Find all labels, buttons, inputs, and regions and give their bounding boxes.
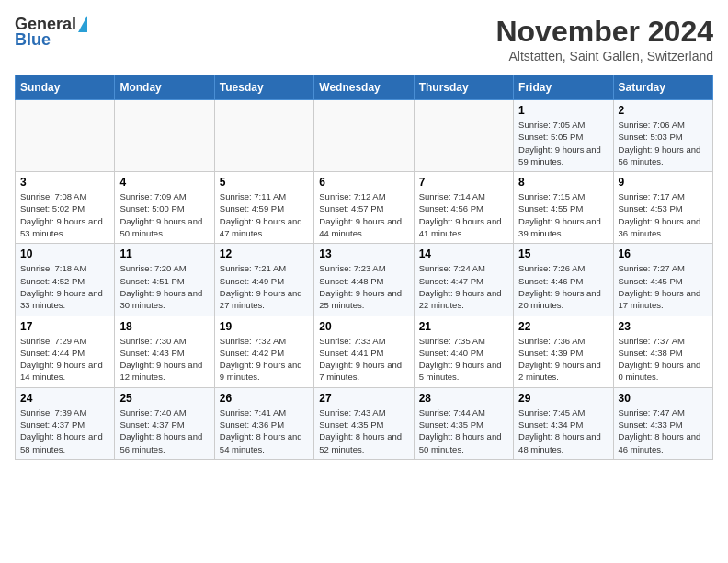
day-info: Sunrise: 7:24 AM Sunset: 4:47 PM Dayligh… (419, 262, 508, 311)
day-number: 7 (419, 176, 508, 189)
calendar-day-cell: 17Sunrise: 7:29 AM Sunset: 4:44 PM Dayli… (16, 316, 115, 387)
calendar-day-cell: 1Sunrise: 7:05 AM Sunset: 5:05 PM Daylig… (514, 100, 613, 172)
calendar-day-cell: 21Sunrise: 7:35 AM Sunset: 4:40 PM Dayli… (414, 316, 513, 387)
day-info: Sunrise: 7:41 AM Sunset: 4:36 PM Dayligh… (220, 407, 309, 455)
day-info: Sunrise: 7:43 AM Sunset: 4:35 PM Dayligh… (319, 407, 408, 455)
day-number: 21 (419, 320, 508, 333)
day-number: 15 (518, 247, 608, 260)
calendar-table: SundayMondayTuesdayWednesdayThursdayFrid… (15, 75, 713, 460)
weekday-header-wednesday: Wednesday (314, 75, 414, 100)
calendar-day-cell: 26Sunrise: 7:41 AM Sunset: 4:36 PM Dayli… (214, 387, 313, 459)
logo-blue-text: Blue (15, 30, 51, 50)
day-info: Sunrise: 7:45 AM Sunset: 4:34 PM Dayligh… (518, 407, 608, 455)
weekday-header-friday: Friday (514, 75, 613, 100)
calendar-day-cell: 13Sunrise: 7:23 AM Sunset: 4:48 PM Dayli… (314, 244, 414, 316)
day-info: Sunrise: 7:12 AM Sunset: 4:57 PM Dayligh… (319, 190, 408, 239)
day-number: 3 (20, 176, 109, 189)
calendar-day-cell: 7Sunrise: 7:14 AM Sunset: 4:56 PM Daylig… (414, 172, 513, 244)
calendar-day-cell: 30Sunrise: 7:47 AM Sunset: 4:33 PM Dayli… (613, 387, 712, 459)
calendar-day-cell: 28Sunrise: 7:44 AM Sunset: 4:35 PM Dayli… (414, 387, 513, 459)
calendar-day-cell: 24Sunrise: 7:39 AM Sunset: 4:37 PM Dayli… (16, 387, 115, 459)
day-number: 6 (319, 176, 408, 189)
day-number: 14 (419, 247, 508, 260)
calendar-day-cell: 3Sunrise: 7:08 AM Sunset: 5:02 PM Daylig… (16, 172, 115, 244)
day-info: Sunrise: 7:18 AM Sunset: 4:52 PM Dayligh… (20, 262, 109, 311)
day-number: 19 (220, 320, 309, 333)
weekday-header-thursday: Thursday (414, 75, 513, 100)
calendar-day-cell: 25Sunrise: 7:40 AM Sunset: 4:37 PM Dayli… (115, 387, 214, 459)
day-info: Sunrise: 7:17 AM Sunset: 4:53 PM Dayligh… (619, 190, 708, 239)
day-number: 10 (20, 247, 109, 260)
calendar-day-cell: 18Sunrise: 7:30 AM Sunset: 4:43 PM Dayli… (115, 316, 214, 387)
calendar-body: 1Sunrise: 7:05 AM Sunset: 5:05 PM Daylig… (16, 100, 713, 460)
calendar-day-cell (414, 100, 513, 172)
calendar-header: SundayMondayTuesdayWednesdayThursdayFrid… (16, 75, 713, 100)
day-number: 2 (619, 104, 708, 117)
day-info: Sunrise: 7:23 AM Sunset: 4:48 PM Dayligh… (319, 262, 408, 311)
calendar-day-cell: 22Sunrise: 7:36 AM Sunset: 4:39 PM Dayli… (514, 316, 613, 387)
day-number: 5 (220, 176, 309, 189)
calendar-day-cell: 6Sunrise: 7:12 AM Sunset: 4:57 PM Daylig… (314, 172, 414, 244)
day-info: Sunrise: 7:47 AM Sunset: 4:33 PM Dayligh… (619, 407, 708, 455)
day-info: Sunrise: 7:08 AM Sunset: 5:02 PM Dayligh… (20, 190, 109, 239)
day-info: Sunrise: 7:40 AM Sunset: 4:37 PM Dayligh… (119, 407, 209, 455)
day-number: 29 (518, 392, 608, 405)
day-number: 25 (119, 392, 209, 405)
day-number: 8 (518, 176, 608, 189)
day-number: 27 (319, 392, 408, 405)
day-info: Sunrise: 7:44 AM Sunset: 4:35 PM Dayligh… (419, 407, 508, 455)
day-info: Sunrise: 7:11 AM Sunset: 4:59 PM Dayligh… (220, 190, 309, 239)
weekday-header-monday: Monday (115, 75, 214, 100)
weekday-header-row: SundayMondayTuesdayWednesdayThursdayFrid… (16, 75, 713, 100)
calendar-day-cell: 16Sunrise: 7:27 AM Sunset: 4:45 PM Dayli… (613, 244, 712, 316)
calendar-day-cell (16, 100, 115, 172)
logo-triangle-icon (78, 16, 87, 32)
calendar-week-row: 17Sunrise: 7:29 AM Sunset: 4:44 PM Dayli… (16, 316, 713, 387)
day-info: Sunrise: 7:20 AM Sunset: 4:51 PM Dayligh… (119, 262, 209, 311)
day-number: 12 (220, 247, 309, 260)
calendar-day-cell (314, 100, 414, 172)
calendar-day-cell: 12Sunrise: 7:21 AM Sunset: 4:49 PM Dayli… (214, 244, 313, 316)
day-number: 9 (619, 176, 708, 189)
logo: General Blue (15, 15, 87, 50)
weekday-header-sunday: Sunday (16, 75, 115, 100)
day-info: Sunrise: 7:05 AM Sunset: 5:05 PM Dayligh… (518, 119, 608, 167)
calendar-day-cell: 11Sunrise: 7:20 AM Sunset: 4:51 PM Dayli… (115, 244, 214, 316)
weekday-header-saturday: Saturday (613, 75, 712, 100)
day-info: Sunrise: 7:27 AM Sunset: 4:45 PM Dayligh… (619, 262, 708, 311)
day-info: Sunrise: 7:36 AM Sunset: 4:39 PM Dayligh… (518, 335, 608, 384)
day-info: Sunrise: 7:29 AM Sunset: 4:44 PM Dayligh… (20, 335, 109, 384)
page-header: General Blue November 2024 Altstatten, S… (15, 15, 713, 63)
calendar-day-cell: 23Sunrise: 7:37 AM Sunset: 4:38 PM Dayli… (613, 316, 712, 387)
calendar-week-row: 10Sunrise: 7:18 AM Sunset: 4:52 PM Dayli… (16, 244, 713, 316)
calendar-week-row: 24Sunrise: 7:39 AM Sunset: 4:37 PM Dayli… (16, 387, 713, 459)
calendar-day-cell: 9Sunrise: 7:17 AM Sunset: 4:53 PM Daylig… (613, 172, 712, 244)
calendar-day-cell: 14Sunrise: 7:24 AM Sunset: 4:47 PM Dayli… (414, 244, 513, 316)
calendar-day-cell: 2Sunrise: 7:06 AM Sunset: 5:03 PM Daylig… (613, 100, 712, 172)
day-number: 22 (518, 320, 608, 333)
day-number: 24 (20, 392, 109, 405)
weekday-header-tuesday: Tuesday (214, 75, 313, 100)
day-info: Sunrise: 7:35 AM Sunset: 4:40 PM Dayligh… (419, 335, 508, 384)
day-number: 16 (619, 247, 708, 260)
calendar-day-cell: 5Sunrise: 7:11 AM Sunset: 4:59 PM Daylig… (214, 172, 313, 244)
calendar-day-cell: 19Sunrise: 7:32 AM Sunset: 4:42 PM Dayli… (214, 316, 313, 387)
calendar-day-cell: 8Sunrise: 7:15 AM Sunset: 4:55 PM Daylig… (514, 172, 613, 244)
day-info: Sunrise: 7:26 AM Sunset: 4:46 PM Dayligh… (518, 262, 608, 311)
day-info: Sunrise: 7:09 AM Sunset: 5:00 PM Dayligh… (119, 190, 209, 239)
day-number: 11 (119, 247, 209, 260)
day-number: 17 (20, 320, 109, 333)
day-number: 1 (518, 104, 608, 117)
calendar-title: November 2024 (495, 15, 713, 49)
calendar-day-cell: 27Sunrise: 7:43 AM Sunset: 4:35 PM Dayli… (314, 387, 414, 459)
day-number: 18 (119, 320, 209, 333)
calendar-week-row: 1Sunrise: 7:05 AM Sunset: 5:05 PM Daylig… (16, 100, 713, 172)
day-info: Sunrise: 7:32 AM Sunset: 4:42 PM Dayligh… (220, 335, 309, 384)
day-number: 4 (119, 176, 209, 189)
day-info: Sunrise: 7:37 AM Sunset: 4:38 PM Dayligh… (619, 335, 708, 384)
calendar-day-cell (115, 100, 214, 172)
day-number: 20 (319, 320, 408, 333)
day-number: 13 (319, 247, 408, 260)
day-info: Sunrise: 7:21 AM Sunset: 4:49 PM Dayligh… (220, 262, 309, 311)
day-info: Sunrise: 7:15 AM Sunset: 4:55 PM Dayligh… (518, 190, 608, 239)
